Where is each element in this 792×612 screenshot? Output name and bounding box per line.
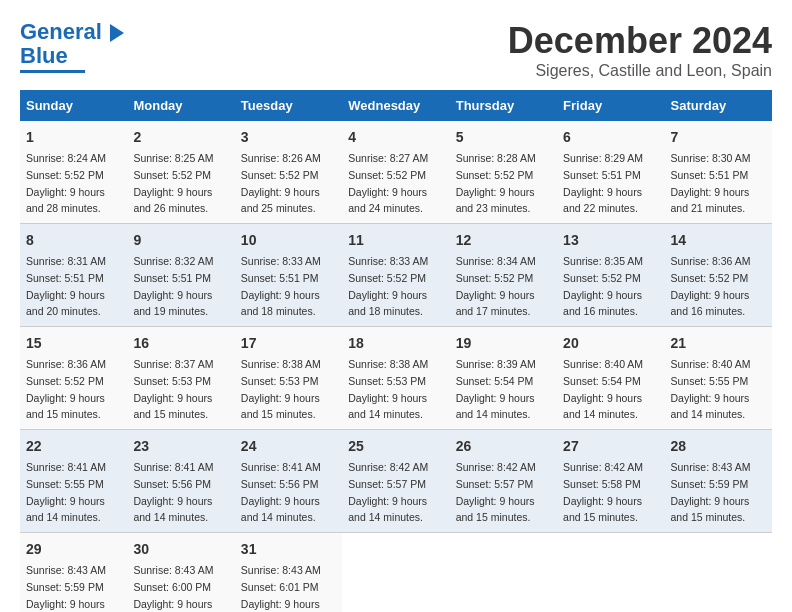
day-info: Sunrise: 8:27 AMSunset: 5:52 PMDaylight:… (348, 152, 428, 214)
header: General Blue December 2024 Sigeres, Cast… (20, 20, 772, 80)
day-info: Sunrise: 8:41 AMSunset: 5:55 PMDaylight:… (26, 461, 106, 523)
calendar-cell: 17 Sunrise: 8:38 AMSunset: 5:53 PMDaylig… (235, 327, 342, 430)
calendar-cell: 14 Sunrise: 8:36 AMSunset: 5:52 PMDaylig… (665, 224, 772, 327)
day-info: Sunrise: 8:33 AMSunset: 5:52 PMDaylight:… (348, 255, 428, 317)
day-number: 28 (671, 436, 766, 457)
calendar-cell: 18 Sunrise: 8:38 AMSunset: 5:53 PMDaylig… (342, 327, 449, 430)
day-number: 29 (26, 539, 121, 560)
day-info: Sunrise: 8:43 AMSunset: 6:01 PMDaylight:… (241, 564, 321, 612)
day-number: 14 (671, 230, 766, 251)
day-info: Sunrise: 8:42 AMSunset: 5:58 PMDaylight:… (563, 461, 643, 523)
day-info: Sunrise: 8:33 AMSunset: 5:51 PMDaylight:… (241, 255, 321, 317)
day-number: 3 (241, 127, 336, 148)
day-info: Sunrise: 8:35 AMSunset: 5:52 PMDaylight:… (563, 255, 643, 317)
calendar-cell: 7 Sunrise: 8:30 AMSunset: 5:51 PMDayligh… (665, 121, 772, 224)
logo-underline (20, 70, 85, 73)
day-number: 26 (456, 436, 551, 457)
day-number: 2 (133, 127, 228, 148)
col-header-wednesday: Wednesday (342, 90, 449, 121)
day-info: Sunrise: 8:30 AMSunset: 5:51 PMDaylight:… (671, 152, 751, 214)
calendar-cell: 23 Sunrise: 8:41 AMSunset: 5:56 PMDaylig… (127, 430, 234, 533)
col-header-tuesday: Tuesday (235, 90, 342, 121)
day-info: Sunrise: 8:32 AMSunset: 5:51 PMDaylight:… (133, 255, 213, 317)
month-title: December 2024 (508, 20, 772, 62)
day-number: 10 (241, 230, 336, 251)
day-info: Sunrise: 8:34 AMSunset: 5:52 PMDaylight:… (456, 255, 536, 317)
calendar-cell: 8 Sunrise: 8:31 AMSunset: 5:51 PMDayligh… (20, 224, 127, 327)
calendar-cell: 5 Sunrise: 8:28 AMSunset: 5:52 PMDayligh… (450, 121, 557, 224)
calendar-cell: 29 Sunrise: 8:43 AMSunset: 5:59 PMDaylig… (20, 533, 127, 613)
col-header-sunday: Sunday (20, 90, 127, 121)
col-header-friday: Friday (557, 90, 664, 121)
calendar-cell: 12 Sunrise: 8:34 AMSunset: 5:52 PMDaylig… (450, 224, 557, 327)
day-number: 6 (563, 127, 658, 148)
day-info: Sunrise: 8:31 AMSunset: 5:51 PMDaylight:… (26, 255, 106, 317)
day-number: 16 (133, 333, 228, 354)
day-info: Sunrise: 8:25 AMSunset: 5:52 PMDaylight:… (133, 152, 213, 214)
day-number: 30 (133, 539, 228, 560)
calendar-cell: 10 Sunrise: 8:33 AMSunset: 5:51 PMDaylig… (235, 224, 342, 327)
calendar-cell (557, 533, 664, 613)
calendar-cell: 19 Sunrise: 8:39 AMSunset: 5:54 PMDaylig… (450, 327, 557, 430)
day-info: Sunrise: 8:38 AMSunset: 5:53 PMDaylight:… (348, 358, 428, 420)
day-number: 13 (563, 230, 658, 251)
calendar-cell: 16 Sunrise: 8:37 AMSunset: 5:53 PMDaylig… (127, 327, 234, 430)
day-info: Sunrise: 8:37 AMSunset: 5:53 PMDaylight:… (133, 358, 213, 420)
calendar-cell: 2 Sunrise: 8:25 AMSunset: 5:52 PMDayligh… (127, 121, 234, 224)
day-info: Sunrise: 8:41 AMSunset: 5:56 PMDaylight:… (133, 461, 213, 523)
day-info: Sunrise: 8:38 AMSunset: 5:53 PMDaylight:… (241, 358, 321, 420)
logo-text: General (20, 20, 124, 44)
logo-blue-text: Blue (20, 44, 68, 68)
day-number: 9 (133, 230, 228, 251)
day-info: Sunrise: 8:28 AMSunset: 5:52 PMDaylight:… (456, 152, 536, 214)
day-info: Sunrise: 8:36 AMSunset: 5:52 PMDaylight:… (26, 358, 106, 420)
calendar-cell: 15 Sunrise: 8:36 AMSunset: 5:52 PMDaylig… (20, 327, 127, 430)
calendar-cell: 30 Sunrise: 8:43 AMSunset: 6:00 PMDaylig… (127, 533, 234, 613)
calendar-week-2: 8 Sunrise: 8:31 AMSunset: 5:51 PMDayligh… (20, 224, 772, 327)
col-header-monday: Monday (127, 90, 234, 121)
day-info: Sunrise: 8:39 AMSunset: 5:54 PMDaylight:… (456, 358, 536, 420)
calendar-cell: 21 Sunrise: 8:40 AMSunset: 5:55 PMDaylig… (665, 327, 772, 430)
calendar-cell: 26 Sunrise: 8:42 AMSunset: 5:57 PMDaylig… (450, 430, 557, 533)
col-header-saturday: Saturday (665, 90, 772, 121)
location-title: Sigeres, Castille and Leon, Spain (508, 62, 772, 80)
calendar-cell: 25 Sunrise: 8:42 AMSunset: 5:57 PMDaylig… (342, 430, 449, 533)
calendar-cell (450, 533, 557, 613)
calendar-week-1: 1 Sunrise: 8:24 AMSunset: 5:52 PMDayligh… (20, 121, 772, 224)
day-number: 19 (456, 333, 551, 354)
day-number: 23 (133, 436, 228, 457)
day-number: 20 (563, 333, 658, 354)
calendar-cell: 1 Sunrise: 8:24 AMSunset: 5:52 PMDayligh… (20, 121, 127, 224)
day-info: Sunrise: 8:29 AMSunset: 5:51 PMDaylight:… (563, 152, 643, 214)
day-info: Sunrise: 8:26 AMSunset: 5:52 PMDaylight:… (241, 152, 321, 214)
day-info: Sunrise: 8:40 AMSunset: 5:55 PMDaylight:… (671, 358, 751, 420)
calendar-cell: 11 Sunrise: 8:33 AMSunset: 5:52 PMDaylig… (342, 224, 449, 327)
calendar-cell: 22 Sunrise: 8:41 AMSunset: 5:55 PMDaylig… (20, 430, 127, 533)
day-number: 11 (348, 230, 443, 251)
day-info: Sunrise: 8:24 AMSunset: 5:52 PMDaylight:… (26, 152, 106, 214)
day-info: Sunrise: 8:40 AMSunset: 5:54 PMDaylight:… (563, 358, 643, 420)
day-info: Sunrise: 8:43 AMSunset: 5:59 PMDaylight:… (26, 564, 106, 612)
calendar-cell: 31 Sunrise: 8:43 AMSunset: 6:01 PMDaylig… (235, 533, 342, 613)
day-info: Sunrise: 8:41 AMSunset: 5:56 PMDaylight:… (241, 461, 321, 523)
calendar-cell: 13 Sunrise: 8:35 AMSunset: 5:52 PMDaylig… (557, 224, 664, 327)
calendar-week-5: 29 Sunrise: 8:43 AMSunset: 5:59 PMDaylig… (20, 533, 772, 613)
calendar-cell: 3 Sunrise: 8:26 AMSunset: 5:52 PMDayligh… (235, 121, 342, 224)
day-number: 27 (563, 436, 658, 457)
day-number: 7 (671, 127, 766, 148)
day-number: 8 (26, 230, 121, 251)
title-section: December 2024 Sigeres, Castille and Leon… (508, 20, 772, 80)
calendar-cell: 27 Sunrise: 8:42 AMSunset: 5:58 PMDaylig… (557, 430, 664, 533)
calendar-week-4: 22 Sunrise: 8:41 AMSunset: 5:55 PMDaylig… (20, 430, 772, 533)
calendar-cell: 6 Sunrise: 8:29 AMSunset: 5:51 PMDayligh… (557, 121, 664, 224)
day-number: 24 (241, 436, 336, 457)
day-info: Sunrise: 8:43 AMSunset: 5:59 PMDaylight:… (671, 461, 751, 523)
day-number: 18 (348, 333, 443, 354)
calendar-cell (665, 533, 772, 613)
calendar-cell: 9 Sunrise: 8:32 AMSunset: 5:51 PMDayligh… (127, 224, 234, 327)
col-header-thursday: Thursday (450, 90, 557, 121)
day-number: 22 (26, 436, 121, 457)
header-row: SundayMondayTuesdayWednesdayThursdayFrid… (20, 90, 772, 121)
day-number: 5 (456, 127, 551, 148)
calendar-cell: 4 Sunrise: 8:27 AMSunset: 5:52 PMDayligh… (342, 121, 449, 224)
